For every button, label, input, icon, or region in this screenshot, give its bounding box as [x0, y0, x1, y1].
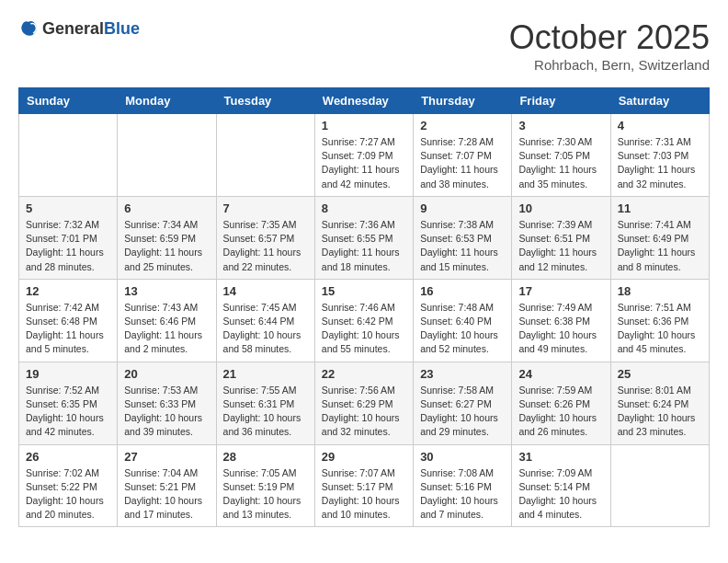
calendar-cell: 7Sunrise: 7:35 AM Sunset: 6:57 PM Daylig… — [216, 196, 314, 279]
calendar-cell: 31Sunrise: 7:09 AM Sunset: 5:14 PM Dayli… — [512, 444, 610, 527]
calendar-week-4: 19Sunrise: 7:52 AM Sunset: 6:35 PM Dayli… — [19, 362, 710, 444]
day-number: 24 — [518, 367, 603, 381]
day-info: Sunrise: 7:34 AM Sunset: 6:59 PM Dayligh… — [124, 218, 209, 274]
title-block: October 2025 Rohrbach, Bern, Switzerland — [509, 18, 710, 73]
header-saturday: Saturday — [610, 88, 709, 114]
day-number: 9 — [420, 201, 505, 215]
logo-icon — [18, 18, 39, 39]
calendar-cell: 23Sunrise: 7:58 AM Sunset: 6:27 PM Dayli… — [414, 362, 512, 444]
day-number: 20 — [124, 367, 209, 381]
calendar-cell — [216, 114, 314, 197]
calendar-table: Sunday Monday Tuesday Wednesday Thursday… — [18, 87, 710, 527]
day-info: Sunrise: 7:07 AM Sunset: 5:17 PM Dayligh… — [322, 466, 406, 523]
calendar-cell: 16Sunrise: 7:48 AM Sunset: 6:40 PM Dayli… — [414, 279, 512, 362]
calendar-cell: 5Sunrise: 7:32 AM Sunset: 7:01 PM Daylig… — [19, 196, 118, 279]
logo-text: GeneralBlue — [42, 19, 140, 39]
day-number: 28 — [223, 450, 308, 464]
day-info: Sunrise: 7:27 AM Sunset: 7:09 PM Dayligh… — [322, 135, 406, 191]
calendar-cell: 15Sunrise: 7:46 AM Sunset: 6:42 PM Dayli… — [314, 279, 413, 362]
calendar-cell: 13Sunrise: 7:43 AM Sunset: 6:46 PM Dayli… — [118, 279, 216, 362]
calendar-cell: 12Sunrise: 7:42 AM Sunset: 6:48 PM Dayli… — [19, 279, 118, 362]
day-info: Sunrise: 7:38 AM Sunset: 6:53 PM Dayligh… — [420, 218, 505, 274]
day-info: Sunrise: 7:05 AM Sunset: 5:19 PM Dayligh… — [223, 466, 308, 523]
calendar-week-2: 5Sunrise: 7:32 AM Sunset: 7:01 PM Daylig… — [19, 196, 710, 279]
calendar-cell: 17Sunrise: 7:49 AM Sunset: 6:38 PM Dayli… — [512, 279, 610, 362]
calendar-subtitle: Rohrbach, Bern, Switzerland — [509, 57, 710, 73]
day-info: Sunrise: 7:04 AM Sunset: 5:21 PM Dayligh… — [124, 466, 209, 523]
day-number: 6 — [124, 201, 209, 215]
calendar-week-1: 1Sunrise: 7:27 AM Sunset: 7:09 PM Daylig… — [19, 114, 710, 197]
day-info: Sunrise: 7:30 AM Sunset: 7:05 PM Dayligh… — [518, 135, 603, 191]
day-info: Sunrise: 7:59 AM Sunset: 6:26 PM Dayligh… — [518, 384, 603, 440]
header-friday: Friday — [512, 88, 610, 114]
calendar-cell: 26Sunrise: 7:02 AM Sunset: 5:22 PM Dayli… — [19, 444, 118, 527]
day-number: 10 — [518, 201, 603, 215]
day-info: Sunrise: 8:01 AM Sunset: 6:24 PM Dayligh… — [618, 384, 702, 440]
day-number: 31 — [518, 450, 603, 464]
day-info: Sunrise: 7:28 AM Sunset: 7:07 PM Dayligh… — [420, 135, 505, 191]
day-info: Sunrise: 7:31 AM Sunset: 7:03 PM Dayligh… — [618, 135, 702, 191]
day-info: Sunrise: 7:55 AM Sunset: 6:31 PM Dayligh… — [223, 384, 308, 440]
day-number: 19 — [26, 367, 110, 381]
calendar-cell: 11Sunrise: 7:41 AM Sunset: 6:49 PM Dayli… — [610, 196, 709, 279]
day-number: 26 — [26, 450, 110, 464]
day-info: Sunrise: 7:51 AM Sunset: 6:36 PM Dayligh… — [618, 301, 702, 357]
day-number: 21 — [223, 367, 308, 381]
calendar-cell: 4Sunrise: 7:31 AM Sunset: 7:03 PM Daylig… — [610, 114, 709, 197]
day-number: 14 — [223, 284, 308, 298]
calendar-cell: 21Sunrise: 7:55 AM Sunset: 6:31 PM Dayli… — [216, 362, 314, 444]
calendar-cell: 28Sunrise: 7:05 AM Sunset: 5:19 PM Dayli… — [216, 444, 314, 527]
day-number: 18 — [618, 284, 702, 298]
day-number: 3 — [518, 119, 603, 132]
day-info: Sunrise: 7:52 AM Sunset: 6:35 PM Dayligh… — [26, 384, 110, 440]
page-header: GeneralBlue October 2025 Rohrbach, Bern,… — [18, 18, 710, 73]
calendar-cell — [610, 444, 709, 527]
day-info: Sunrise: 7:48 AM Sunset: 6:40 PM Dayligh… — [420, 301, 505, 357]
calendar-cell: 19Sunrise: 7:52 AM Sunset: 6:35 PM Dayli… — [19, 362, 118, 444]
day-number: 16 — [420, 284, 505, 298]
day-number: 1 — [322, 119, 406, 132]
day-info: Sunrise: 7:35 AM Sunset: 6:57 PM Dayligh… — [223, 218, 308, 274]
day-info: Sunrise: 7:53 AM Sunset: 6:33 PM Dayligh… — [124, 384, 209, 440]
day-info: Sunrise: 7:39 AM Sunset: 6:51 PM Dayligh… — [518, 218, 603, 274]
logo: GeneralBlue — [18, 18, 140, 39]
day-number: 27 — [124, 450, 209, 464]
day-info: Sunrise: 7:36 AM Sunset: 6:55 PM Dayligh… — [322, 218, 406, 274]
day-info: Sunrise: 7:49 AM Sunset: 6:38 PM Dayligh… — [518, 301, 603, 357]
day-number: 4 — [618, 119, 702, 132]
day-number: 2 — [420, 119, 505, 132]
day-number: 22 — [322, 367, 406, 381]
day-number: 29 — [322, 450, 406, 464]
header-sunday: Sunday — [19, 88, 118, 114]
calendar-cell: 9Sunrise: 7:38 AM Sunset: 6:53 PM Daylig… — [414, 196, 512, 279]
calendar-cell: 3Sunrise: 7:30 AM Sunset: 7:05 PM Daylig… — [512, 114, 610, 197]
calendar-week-3: 12Sunrise: 7:42 AM Sunset: 6:48 PM Dayli… — [19, 279, 710, 362]
day-number: 17 — [518, 284, 603, 298]
calendar-cell: 8Sunrise: 7:36 AM Sunset: 6:55 PM Daylig… — [314, 196, 413, 279]
day-number: 25 — [618, 367, 702, 381]
day-number: 13 — [124, 284, 209, 298]
day-info: Sunrise: 7:58 AM Sunset: 6:27 PM Dayligh… — [420, 384, 505, 440]
calendar-cell: 6Sunrise: 7:34 AM Sunset: 6:59 PM Daylig… — [118, 196, 216, 279]
day-number: 11 — [618, 201, 702, 215]
header-tuesday: Tuesday — [216, 88, 314, 114]
day-info: Sunrise: 7:56 AM Sunset: 6:29 PM Dayligh… — [322, 384, 406, 440]
day-number: 7 — [223, 201, 308, 215]
day-number: 15 — [322, 284, 406, 298]
day-info: Sunrise: 7:43 AM Sunset: 6:46 PM Dayligh… — [124, 301, 209, 357]
day-info: Sunrise: 7:42 AM Sunset: 6:48 PM Dayligh… — [26, 301, 110, 357]
header-thursday: Thursday — [414, 88, 512, 114]
day-number: 8 — [322, 201, 406, 215]
day-info: Sunrise: 7:02 AM Sunset: 5:22 PM Dayligh… — [26, 466, 110, 523]
day-info: Sunrise: 7:09 AM Sunset: 5:14 PM Dayligh… — [518, 466, 603, 523]
day-number: 12 — [26, 284, 110, 298]
calendar-cell: 18Sunrise: 7:51 AM Sunset: 6:36 PM Dayli… — [610, 279, 709, 362]
calendar-week-5: 26Sunrise: 7:02 AM Sunset: 5:22 PM Dayli… — [19, 444, 710, 527]
header-monday: Monday — [118, 88, 216, 114]
calendar-cell: 24Sunrise: 7:59 AM Sunset: 6:26 PM Dayli… — [512, 362, 610, 444]
day-number: 5 — [26, 201, 110, 215]
calendar-cell: 22Sunrise: 7:56 AM Sunset: 6:29 PM Dayli… — [314, 362, 413, 444]
weekday-header-row: Sunday Monday Tuesday Wednesday Thursday… — [19, 88, 710, 114]
calendar-cell: 1Sunrise: 7:27 AM Sunset: 7:09 PM Daylig… — [314, 114, 413, 197]
calendar-cell: 29Sunrise: 7:07 AM Sunset: 5:17 PM Dayli… — [314, 444, 413, 527]
